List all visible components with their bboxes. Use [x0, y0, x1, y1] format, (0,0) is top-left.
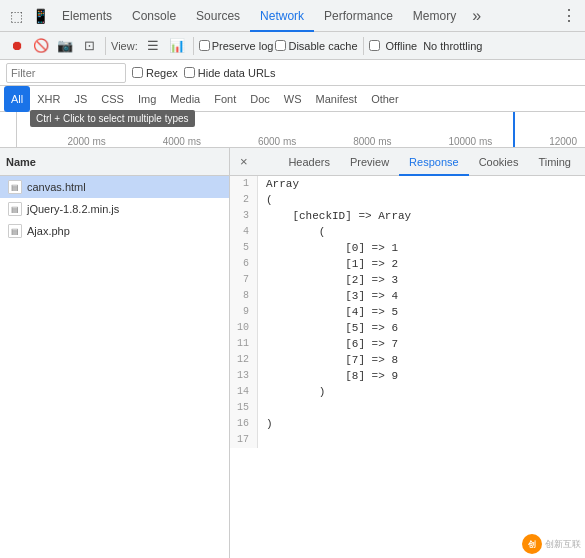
- disable-cache-checkbox[interactable]: [275, 40, 286, 51]
- response-panel: × HeadersPreviewResponseCookiesTiming 1A…: [230, 148, 585, 558]
- timeline-marker: [513, 112, 515, 147]
- offline-label: Offline: [386, 40, 418, 52]
- type-tab-ws[interactable]: WS: [277, 86, 309, 112]
- line-code: (: [258, 224, 325, 240]
- line-number: 15: [230, 400, 258, 416]
- code-line: 10 [5] => 6: [230, 320, 585, 336]
- hide-data-urls-group[interactable]: Hide data URLs: [184, 67, 276, 79]
- line-number: 2: [230, 192, 258, 208]
- hide-data-urls-checkbox[interactable]: [184, 67, 195, 78]
- devtools-tab-bar: ⬚ 📱 Elements Console Sources Network Per…: [0, 0, 585, 32]
- timeline-label: 2000 ms: [67, 136, 105, 147]
- offline-checkbox[interactable]: [369, 40, 380, 51]
- code-line: 15: [230, 400, 585, 416]
- file-item[interactable]: ▤Ajax.php: [0, 220, 229, 242]
- toolbar-separator-3: [363, 37, 364, 55]
- code-line: 5 [0] => 1: [230, 240, 585, 256]
- timeline-label: 8000 ms: [353, 136, 391, 147]
- code-line: 7 [2] => 3: [230, 272, 585, 288]
- filter-input[interactable]: [6, 63, 126, 83]
- preserve-log-label: Preserve log: [212, 40, 274, 52]
- response-tab-preview[interactable]: Preview: [340, 148, 399, 176]
- code-line: 13 [8] => 9: [230, 368, 585, 384]
- response-tab-response[interactable]: Response: [399, 148, 469, 176]
- toolbar-separator-1: [105, 37, 106, 55]
- tab-network[interactable]: Network: [250, 0, 314, 32]
- regex-label: Regex: [146, 67, 178, 79]
- view-waterfall-icon[interactable]: 📊: [166, 35, 188, 57]
- type-tab-js[interactable]: JS: [67, 86, 94, 112]
- file-item[interactable]: ▤canvas.html: [0, 176, 229, 198]
- disable-cache-group[interactable]: Disable cache: [275, 40, 357, 52]
- line-code: (: [258, 192, 273, 208]
- code-line: 14 ): [230, 384, 585, 400]
- file-list: ▤canvas.html▤jQuery-1.8.2.min.js▤Ajax.ph…: [0, 176, 229, 558]
- inspect-icon[interactable]: ⬚: [4, 4, 28, 28]
- regex-checkbox[interactable]: [132, 67, 143, 78]
- line-number: 13: [230, 368, 258, 384]
- offline-group[interactable]: Offline: [369, 40, 418, 52]
- tab-elements[interactable]: Elements: [52, 0, 122, 32]
- clear-button[interactable]: 🚫: [30, 35, 52, 57]
- line-code: [3] => 4: [258, 288, 398, 304]
- response-tab-headers[interactable]: Headers: [278, 148, 340, 176]
- type-tab-other[interactable]: Other: [364, 86, 406, 112]
- more-tabs-icon[interactable]: »: [466, 0, 487, 32]
- watermark-text: 创新互联: [545, 538, 581, 551]
- line-code: [5] => 6: [258, 320, 398, 336]
- code-line: 16): [230, 416, 585, 432]
- line-code: [2] => 3: [258, 272, 398, 288]
- tab-console[interactable]: Console: [122, 0, 186, 32]
- line-number: 1: [230, 176, 258, 192]
- line-code: Array: [258, 176, 299, 192]
- line-number: 6: [230, 256, 258, 272]
- file-panel-title: Name: [6, 156, 36, 168]
- line-number: 12: [230, 352, 258, 368]
- line-code: ): [258, 416, 273, 432]
- device-icon[interactable]: 📱: [28, 4, 52, 28]
- type-tab-css[interactable]: CSS: [94, 86, 131, 112]
- filter-icon[interactable]: ⊡: [78, 35, 100, 57]
- line-number: 10: [230, 320, 258, 336]
- view-list-icon[interactable]: ☰: [142, 35, 164, 57]
- timeline-label: 10000 ms: [448, 136, 492, 147]
- line-number: 14: [230, 384, 258, 400]
- tab-performance[interactable]: Performance: [314, 0, 403, 32]
- type-tab-manifest[interactable]: Manifest: [309, 86, 365, 112]
- devtools-menu-icon[interactable]: ⋮: [557, 4, 581, 28]
- type-tab-img[interactable]: Img: [131, 86, 163, 112]
- file-panel-header: Name: [0, 148, 229, 176]
- type-filter-bar: AllXHRJSCSSImgMediaFontDocWSManifestOthe…: [0, 86, 585, 112]
- timeline-label: 4000 ms: [163, 136, 201, 147]
- line-number: 5: [230, 240, 258, 256]
- line-number: 4: [230, 224, 258, 240]
- watermark-logo: 创: [522, 534, 542, 554]
- type-tab-media[interactable]: Media: [163, 86, 207, 112]
- code-line: 17: [230, 432, 585, 448]
- type-tab-all[interactable]: All: [4, 86, 30, 112]
- response-tab-cookies[interactable]: Cookies: [469, 148, 529, 176]
- type-tab-font[interactable]: Font: [207, 86, 243, 112]
- code-line: 3 [checkID] => Array: [230, 208, 585, 224]
- file-item[interactable]: ▤jQuery-1.8.2.min.js: [0, 198, 229, 220]
- response-tab-timing[interactable]: Timing: [528, 148, 581, 176]
- type-tab-doc[interactable]: Doc: [243, 86, 277, 112]
- line-number: 9: [230, 304, 258, 320]
- line-code: ): [258, 384, 325, 400]
- line-code: [8] => 9: [258, 368, 398, 384]
- preserve-log-checkbox[interactable]: [199, 40, 210, 51]
- filter-row: Regex Hide data URLs: [0, 60, 585, 86]
- preserve-log-group[interactable]: Preserve log: [199, 40, 274, 52]
- close-panel-button[interactable]: ×: [234, 148, 254, 176]
- tab-sources[interactable]: Sources: [186, 0, 250, 32]
- code-line: 4 (: [230, 224, 585, 240]
- line-number: 11: [230, 336, 258, 352]
- timeline-bar: 2000 ms4000 ms6000 ms8000 ms10000 ms1200…: [0, 112, 585, 148]
- screenshot-button[interactable]: 📷: [54, 35, 76, 57]
- record-button[interactable]: ⏺: [6, 35, 28, 57]
- tab-memory[interactable]: Memory: [403, 0, 466, 32]
- code-line: 8 [3] => 4: [230, 288, 585, 304]
- file-name: jQuery-1.8.2.min.js: [27, 203, 119, 215]
- regex-group[interactable]: Regex: [132, 67, 178, 79]
- type-tab-xhr[interactable]: XHR: [30, 86, 67, 112]
